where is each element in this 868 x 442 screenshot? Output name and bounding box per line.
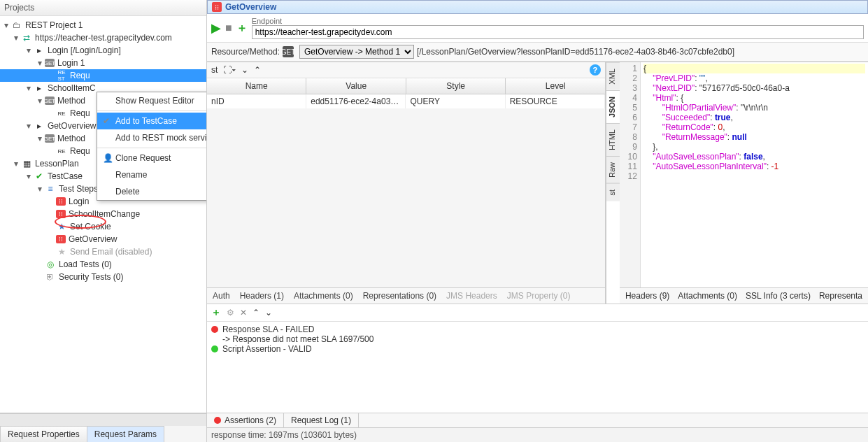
ctx-show-request-editor[interactable]: Show Request EditorEnter: [97, 92, 206, 109]
run-button[interactable]: ▶: [211, 20, 221, 36]
tab-jms-property[interactable]: JMS Property (0): [507, 291, 571, 301]
ctx-rename[interactable]: RenameF2: [97, 166, 206, 183]
tab-attachments[interactable]: Attachments (0): [294, 291, 353, 301]
status-fail-icon: [211, 326, 218, 333]
tree-step-email[interactable]: ★Send Email (disabled): [0, 245, 206, 258]
chevron-down-icon[interactable]: ⌄: [241, 65, 248, 75]
param-row[interactable]: nID edd51176-ece2-4a03-8... QUERY RESOUR…: [207, 94, 605, 108]
col-style[interactable]: Style: [406, 78, 506, 94]
ctx-add-to-testcase[interactable]: ✔Add to TestCaseCtrl+Alt-A: [97, 113, 206, 129]
assertions-list: Response SLA - FAILED -> Response did no…: [207, 322, 868, 413]
resource-icon: ▸: [34, 120, 45, 131]
method-icon: GET: [45, 97, 55, 105]
col-name[interactable]: Name: [207, 78, 307, 94]
tab-request-properties[interactable]: Request Properties: [0, 426, 87, 442]
status-pass-icon: [211, 345, 218, 352]
tree-securitytests[interactable]: ⛨Security Tests (0): [0, 271, 206, 283]
caret-icon[interactable]: ▾: [14, 159, 21, 169]
endpoint-group: Endpoint: [252, 17, 864, 39]
tree-loadtests[interactable]: ◎Load Tests (0): [0, 258, 206, 271]
tree-login-resource[interactable]: ▾▸Login [/Login/Login]: [0, 44, 206, 57]
sort-icon[interactable]: st: [211, 65, 218, 75]
add-button[interactable]: ＋: [236, 21, 248, 36]
request-icon: REST: [56, 70, 67, 81]
vtab-test[interactable]: st: [606, 183, 620, 201]
ctx-clone[interactable]: 👤Clone RequestF9: [97, 150, 206, 166]
status-bar: response time: 1697ms (103601 bytes): [207, 427, 868, 442]
folder-icon: 🗀: [11, 20, 22, 31]
assertion-passed[interactable]: Script Assertion - VALID: [211, 344, 864, 354]
endpoint-input[interactable]: [252, 25, 864, 39]
caret-icon[interactable]: ▾: [27, 171, 34, 181]
add-assertion-button[interactable]: ＋: [211, 306, 221, 319]
chevron-up-icon[interactable]: ⌃: [252, 308, 259, 318]
caret-icon[interactable]: ▾: [27, 83, 34, 93]
tab-resp-headers[interactable]: Headers (9): [625, 291, 669, 301]
params-grid: Name Value Style Level nID edd51176-ece2…: [207, 78, 605, 287]
resource-method-select[interactable]: GetOverview -> Method 1: [299, 45, 414, 59]
tree-login1[interactable]: ▾GETLogin 1: [0, 57, 206, 69]
switch-icon[interactable]: ⛶▾: [223, 65, 236, 75]
chevron-down-icon[interactable]: ⌄: [265, 308, 272, 318]
caret-icon[interactable]: ▾: [14, 33, 21, 43]
context-menu: Show Request EditorEnter ✔Add to TestCas…: [97, 92, 206, 201]
separator: [97, 148, 206, 148]
tab-auth[interactable]: Auth: [213, 291, 230, 301]
help-icon[interactable]: ?: [590, 64, 601, 76]
tab-resp-attachments[interactable]: Attachments (0): [678, 291, 737, 301]
projects-sidebar: Projects ▾🗀REST Project 1 ▾⇄https://teac…: [0, 0, 207, 442]
resource-path: [/LessonPlan/GetOverview?lessonPlanID=ed…: [417, 47, 734, 57]
editor-area: ⁝⁝ GetOverview ▶ ■ ＋ Endpoint Resource/M…: [207, 0, 868, 442]
col-value[interactable]: Value: [306, 78, 406, 94]
vtab-xml[interactable]: XML: [606, 62, 620, 90]
ctx-delete[interactable]: DeleteDelete: [97, 183, 206, 200]
gear-icon[interactable]: ⚙: [227, 308, 234, 318]
steps-icon: ≡: [45, 183, 56, 194]
ctx-add-to-mock[interactable]: Add to REST mock serviceCtrl+Alt-M: [97, 129, 206, 146]
rest-step-icon: ⁝⁝: [56, 210, 66, 218]
api-icon: ⇄: [21, 32, 32, 43]
target-icon: ◎: [45, 259, 56, 270]
assertion-failed[interactable]: Response SLA - FAILED: [211, 325, 864, 334]
request-icon: RE: [56, 108, 67, 119]
tab-headers[interactable]: Headers (1): [240, 291, 284, 301]
caret-icon[interactable]: ▾: [27, 121, 34, 131]
tree-step-cookie[interactable]: ★Set Cookie: [0, 220, 206, 233]
tree-step-getoverview[interactable]: ⁝⁝GetOverview: [0, 233, 206, 245]
line-gutter: 123456789101112: [620, 62, 641, 287]
tab-jms-headers[interactable]: JMS Headers: [446, 291, 497, 301]
caret-icon[interactable]: ▾: [4, 20, 11, 30]
tab-request-log[interactable]: Request Log (1): [284, 413, 359, 427]
project-tree: ▾🗀REST Project 1 ▾⇄https://teacher-test.…: [0, 16, 206, 413]
tree-service[interactable]: ▾⇄https://teacher-test.grapecitydev.com: [0, 31, 206, 44]
tab-resp-reps[interactable]: Representa: [819, 291, 862, 301]
request-panel: st ⛶▾ ⌄ ⌃ ? Name Value Style Level nID: [207, 62, 606, 304]
json-viewer[interactable]: 123456789101112 { "PrevLPID": "", "NextL…: [620, 62, 868, 287]
editor-tab[interactable]: ⁝⁝ GetOverview: [207, 0, 868, 14]
vtab-raw[interactable]: Raw: [606, 156, 620, 183]
scrollbar[interactable]: [0, 413, 206, 426]
caret-icon[interactable]: ▾: [38, 184, 45, 194]
col-level[interactable]: Level: [506, 78, 605, 94]
method-icon: GET: [45, 134, 55, 143]
suite-icon: ▦: [21, 158, 32, 169]
tree-step-school[interactable]: ⁝⁝SchoolItemChange: [0, 208, 206, 220]
tab-representations[interactable]: Representations (0): [363, 291, 436, 301]
vtab-html[interactable]: HTML: [606, 123, 620, 156]
assertion-detail: -> Response did not meet SLA 1697/500: [211, 334, 864, 344]
tab-assertions[interactable]: Assertions (2): [207, 413, 284, 427]
remove-assertion-button[interactable]: ✕: [240, 308, 247, 318]
resource-method-row: Resource/Method: GET GetOverview -> Meth…: [207, 43, 868, 62]
tree-project[interactable]: ▾🗀REST Project 1: [0, 19, 206, 31]
person-icon: 👤: [103, 153, 115, 163]
stop-button[interactable]: ■: [225, 22, 232, 34]
tab-request-params[interactable]: Request Params: [87, 426, 164, 442]
vtab-json[interactable]: JSON: [606, 90, 620, 123]
response-panel: XML JSON HTML Raw st 123456789101112 { "…: [606, 62, 868, 304]
tab-resp-ssl[interactable]: SSL Info (3 certs): [746, 291, 811, 301]
caret-icon[interactable]: ▾: [27, 45, 34, 55]
run-toolbar: ▶ ■ ＋ Endpoint: [207, 14, 868, 43]
tree-login1-request[interactable]: RESTRequ: [0, 69, 206, 82]
chevron-up-icon[interactable]: ⌃: [254, 65, 261, 75]
resource-icon: ▸: [34, 45, 45, 56]
